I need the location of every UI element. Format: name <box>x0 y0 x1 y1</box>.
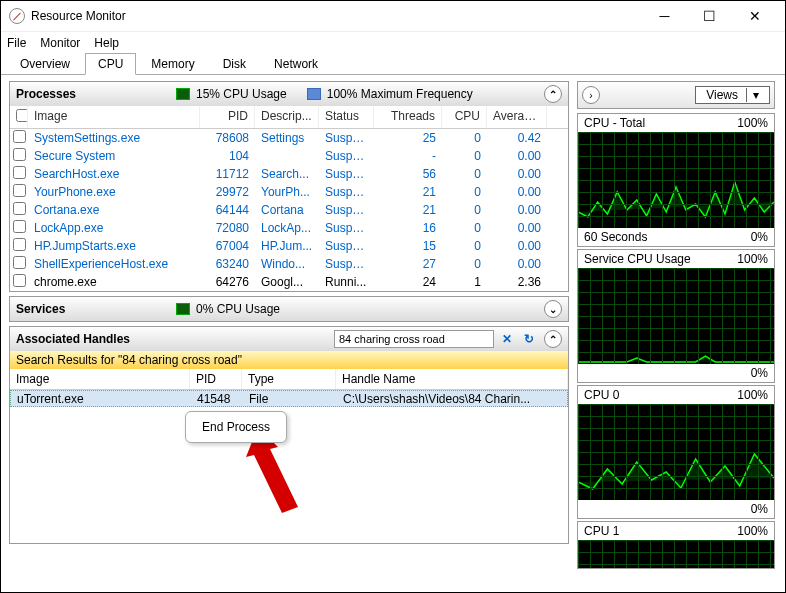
table-row[interactable]: Secure System104Suspe...-00.00 <box>10 147 568 165</box>
processes-panel: Processes 15% CPU Usage 100% Maximum Fre… <box>9 81 569 292</box>
table-row[interactable]: Cortana.exe64144CortanaSuspe...2100.00 <box>10 201 568 219</box>
col-cpu[interactable]: CPU <box>442 106 487 128</box>
row-checkbox[interactable] <box>13 166 26 179</box>
handles-panel: Associated Handles ✕ ↻ ⌃ Search Results … <box>9 326 569 544</box>
cell-pid: 104 <box>200 149 255 163</box>
handles-columns: Image PID Type Handle Name <box>10 369 568 390</box>
g3-pct: 100% <box>737 388 768 402</box>
cpu-usage-icon <box>176 88 190 100</box>
services-usage-stat: 0% CPU Usage <box>176 302 280 316</box>
cpu-freq-icon <box>307 88 321 100</box>
menu-file[interactable]: File <box>7 36 26 50</box>
select-all-checkbox[interactable] <box>16 109 28 122</box>
cell-threads: 56 <box>374 167 442 181</box>
row-checkbox[interactable] <box>13 184 26 197</box>
services-usage-icon <box>176 303 190 315</box>
cell-threads: 16 <box>374 221 442 235</box>
cell-pid: 11712 <box>200 167 255 181</box>
col-status[interactable]: Status <box>319 106 374 128</box>
col-h-pid[interactable]: PID <box>190 369 242 389</box>
cell-cpu: 0 <box>442 131 487 145</box>
table-row[interactable]: LockApp.exe72080LockAp...Suspe...1600.00 <box>10 219 568 237</box>
cell-cpu: 0 <box>442 221 487 235</box>
cell-status: Runni... <box>319 275 374 289</box>
expand-left-icon[interactable]: › <box>582 86 600 104</box>
row-checkbox[interactable] <box>13 202 26 215</box>
row-checkbox[interactable] <box>13 130 26 143</box>
tab-cpu[interactable]: CPU <box>85 53 136 75</box>
tab-network[interactable]: Network <box>261 53 331 74</box>
cell-cpu: 0 <box>442 167 487 181</box>
cell-status: Suspe... <box>319 185 374 199</box>
cell-avg: 0.00 <box>487 185 547 199</box>
services-panel: Services 0% CPU Usage ⌄ <box>9 296 569 322</box>
tab-memory[interactable]: Memory <box>138 53 207 74</box>
refresh-icon[interactable]: ↻ <box>520 330 538 348</box>
row-checkbox[interactable] <box>13 238 26 251</box>
cell-avg: 0.00 <box>487 257 547 271</box>
row-checkbox[interactable] <box>13 148 26 161</box>
row-checkbox[interactable] <box>13 220 26 233</box>
handles-row[interactable]: uTorrent.exe 41548 File C:\Users\shash\V… <box>10 390 568 407</box>
cell-status: Suspe... <box>319 221 374 235</box>
table-row[interactable]: HP.JumpStarts.exe67004HP.Jum...Suspe...1… <box>10 237 568 255</box>
h-image: uTorrent.exe <box>11 392 191 406</box>
g3-foot-r: 0% <box>751 502 768 516</box>
cell-cpu: 1 <box>442 275 487 289</box>
table-row[interactable]: chrome.exe64276Googl...Runni...2412.36 <box>10 273 568 291</box>
col-avg[interactable]: Averag... <box>487 106 547 128</box>
close-button[interactable]: ✕ <box>732 2 777 30</box>
graph-service-cpu: Service CPU Usage100% 0% <box>577 249 775 383</box>
row-checkbox[interactable] <box>13 256 26 269</box>
ctx-end-process[interactable]: End Process <box>186 416 286 438</box>
table-row[interactable]: SearchHost.exe11712Search...Suspe...5600… <box>10 165 568 183</box>
menu-help[interactable]: Help <box>94 36 119 50</box>
h-name: C:\Users\shash\Videos\84 Charin... <box>337 392 567 406</box>
tab-disk[interactable]: Disk <box>210 53 259 74</box>
cell-pid: 67004 <box>200 239 255 253</box>
cell-avg: 0.00 <box>487 203 547 217</box>
table-row[interactable]: YourPhone.exe29972YourPh...Suspe...2100.… <box>10 183 568 201</box>
cell-pid: 64144 <box>200 203 255 217</box>
maximize-button[interactable]: ☐ <box>687 2 732 30</box>
collapse-icon[interactable]: ⌃ <box>544 85 562 103</box>
services-header[interactable]: Services 0% CPU Usage ⌄ <box>10 297 568 321</box>
col-threads[interactable]: Threads <box>374 106 442 128</box>
cell-image: Cortana.exe <box>28 203 200 217</box>
row-checkbox[interactable] <box>13 274 26 287</box>
g2-chart <box>578 268 774 364</box>
tab-bar: Overview CPU Memory Disk Network <box>1 53 785 75</box>
minimize-button[interactable]: ─ <box>642 2 687 30</box>
cell-image: Secure System <box>28 149 200 163</box>
cell-threads: 25 <box>374 131 442 145</box>
menu-monitor[interactable]: Monitor <box>40 36 80 50</box>
app-icon <box>9 8 25 24</box>
handles-search-input[interactable] <box>334 330 494 348</box>
handles-header[interactable]: Associated Handles ✕ ↻ ⌃ <box>10 327 568 351</box>
col-h-image[interactable]: Image <box>10 369 190 389</box>
cell-status: Suspe... <box>319 131 374 145</box>
g2-pct: 100% <box>737 252 768 266</box>
clear-search-icon[interactable]: ✕ <box>498 330 516 348</box>
table-row[interactable]: SystemSettings.exe78608SettingsSuspe...2… <box>10 129 568 147</box>
collapse-icon[interactable]: ⌃ <box>544 330 562 348</box>
col-desc[interactable]: Descrip... <box>255 106 319 128</box>
cell-desc: YourPh... <box>255 185 319 199</box>
table-row[interactable]: ShellExperienceHost.exe63240Windo...Susp… <box>10 255 568 273</box>
cell-status: Suspe... <box>319 257 374 271</box>
col-h-name[interactable]: Handle Name <box>336 369 568 389</box>
collapse-icon[interactable]: ⌄ <box>544 300 562 318</box>
col-h-type[interactable]: Type <box>242 369 336 389</box>
h-pid: 41548 <box>191 392 243 406</box>
col-pid[interactable]: PID <box>200 106 255 128</box>
cell-threads: - <box>374 149 442 163</box>
cell-status: Suspe... <box>319 203 374 217</box>
cell-pid: 63240 <box>200 257 255 271</box>
processes-header[interactable]: Processes 15% CPU Usage 100% Maximum Fre… <box>10 82 568 106</box>
tab-overview[interactable]: Overview <box>7 53 83 74</box>
cell-avg: 0.00 <box>487 221 547 235</box>
views-button[interactable]: Views▾ <box>695 86 770 104</box>
handles-title: Associated Handles <box>16 332 334 346</box>
col-image[interactable]: Image <box>28 106 200 128</box>
cell-desc: Settings <box>255 131 319 145</box>
